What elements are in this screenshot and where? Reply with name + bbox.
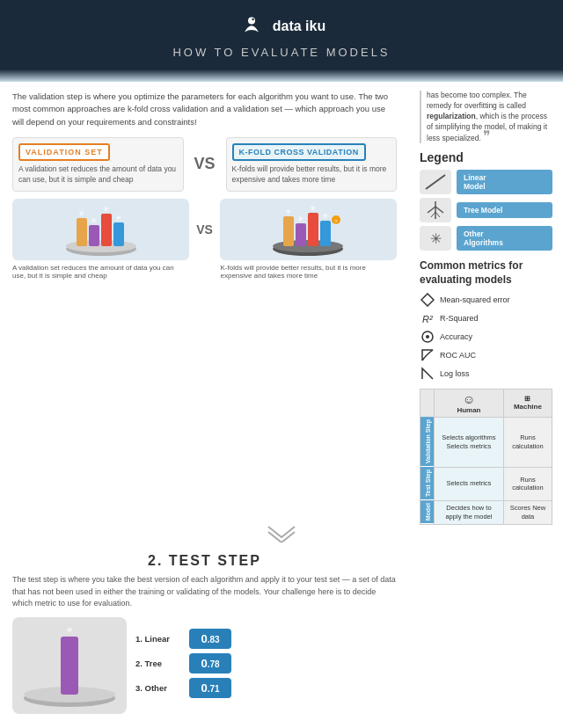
kfold-illustration: ✳ ✳ ✳ ✳ ? — [220, 199, 397, 260]
vs-illustrations: ✳ ✳ ✳ ✳ VS ✳ — [12, 199, 397, 260]
validation-set-label: VALIDATION SET — [18, 143, 110, 161]
test-step-title: 2. TEST STEP — [12, 553, 397, 569]
validation-illustration: ✳ ✳ ✳ ✳ — [12, 199, 189, 260]
r2-icon: R² — [420, 310, 435, 326]
grid-empty-cell — [420, 389, 435, 417]
grid-row-test: Test Step — [420, 467, 435, 500]
mse-icon — [420, 292, 435, 308]
svg-marker-31 — [421, 294, 434, 306]
svg-rect-7 — [113, 222, 124, 246]
other-algorithms-icon: ✳ — [420, 226, 451, 251]
arrow-section — [0, 525, 563, 544]
svg-line-27 — [435, 207, 443, 213]
validation-set-desc1: A validation set reduces the amount of d… — [18, 164, 178, 186]
svg-line-26 — [428, 207, 435, 213]
page-header: data iku HOW TO EVALUATE MODELS — [0, 0, 563, 69]
kfold-desc1: K-folds will provide better results, but… — [232, 164, 391, 186]
kfold-box: K-FOLD CROSS VALIDATION K-folds will pro… — [226, 137, 398, 192]
metric-logloss: Log loss — [420, 366, 552, 382]
quote-mark: ❞ — [483, 128, 491, 143]
grid-header-machine: ⊞ Machine — [503, 389, 552, 417]
metric-row-other: 3. Other 0.71 — [135, 678, 397, 698]
down-arrows-icon — [255, 525, 308, 542]
r2-label: R-Squared — [440, 314, 479, 323]
svg-rect-37 — [61, 637, 78, 695]
mse-label: Mean-squared error — [440, 295, 510, 304]
roc-label: ROC AUC — [440, 351, 476, 360]
svg-rect-16 — [308, 213, 318, 246]
svg-point-34 — [426, 335, 429, 339]
tree-model-icon — [420, 198, 451, 222]
metric-r2: R² R-Squared — [420, 310, 552, 326]
test-human-cell: Selects metrics — [435, 467, 504, 500]
logo-text: data iku — [273, 18, 325, 34]
svg-text:✳: ✳ — [310, 204, 317, 213]
svg-rect-17 — [320, 221, 331, 246]
sidebar-quote: has become too complex. The remedy for o… — [420, 91, 552, 143]
svg-text:✳: ✳ — [103, 205, 110, 214]
validation-desc2: A validation set reduces the amount of d… — [12, 264, 189, 280]
svg-rect-14 — [283, 216, 294, 246]
intro-text: The validation step is where you optimiz… — [12, 91, 397, 128]
top-area: The validation step is where you optimiz… — [0, 82, 563, 525]
svg-rect-5 — [89, 225, 99, 246]
kfold-desc2: K-folds will provide better results, but… — [221, 264, 398, 280]
legend-item-linear: LinearModel — [420, 170, 552, 194]
svg-text:✳: ✳ — [91, 216, 98, 225]
metrics-table: 1. Linear 0.83 2. Tree 0.78 3. Other 0.7… — [135, 629, 397, 703]
wave-divider — [0, 69, 563, 82]
metric-value-tree: 0.78 — [189, 653, 231, 673]
svg-text:✳: ✳ — [322, 212, 329, 221]
validation-set-box: VALIDATION SET A validation set reduces … — [12, 137, 184, 192]
human-col-label: Human — [438, 406, 500, 414]
grid-row-model: Model — [420, 500, 435, 524]
legend-item-other: ✳ OtherAlgorithms — [420, 226, 552, 251]
svg-rect-4 — [77, 218, 87, 246]
model-machine-cell: Scores New data — [503, 500, 552, 524]
svg-rect-6 — [101, 214, 112, 246]
regularization-highlight: regularization — [427, 112, 476, 120]
svg-point-0 — [248, 18, 255, 25]
tree-model-label: Tree Model — [457, 202, 552, 218]
metric-roc: ROC AUC — [420, 347, 552, 363]
svg-text:✳: ✳ — [297, 215, 304, 223]
svg-text:✳: ✳ — [285, 207, 292, 216]
human-machine-grid: ☺ Human ⊞ Machine Validation Step Select… — [420, 389, 552, 525]
svg-line-24 — [426, 175, 445, 189]
validation-machine-cell: Runs calculation — [503, 417, 552, 467]
top-left-content: The validation step is where you optimiz… — [0, 82, 409, 525]
grid-header-human: ☺ Human — [435, 389, 504, 417]
metric-value-other: 0.71 — [189, 678, 231, 698]
model-human-cell: Decides how to apply the model — [435, 500, 504, 524]
test-step-area: ✳ 1. Linear 0.83 2. Tree 0.78 3. Other 0… — [12, 617, 397, 714]
test-step-desc: The test step is where you take the best… — [12, 574, 397, 610]
top-right-sidebar: has become too complex. The remedy for o… — [409, 82, 563, 525]
svg-point-1 — [252, 18, 253, 20]
vs-divider-text: VS — [191, 155, 219, 173]
metric-rank-linear: 1. Linear — [135, 634, 184, 644]
svg-text:✳: ✳ — [78, 209, 85, 218]
metric-row-tree: 2. Tree 0.78 — [135, 653, 397, 673]
validation-chart-svg: ✳ ✳ ✳ ✳ — [57, 200, 145, 258]
vs-section: VALIDATION SET A validation set reduces … — [12, 137, 397, 192]
metric-accuracy: Accuracy — [420, 329, 552, 345]
test-step-section: 2. TEST STEP The test step is where you … — [0, 553, 409, 726]
dataiku-bird-icon — [238, 12, 266, 40]
metric-mse: Mean-squared error — [420, 292, 552, 308]
accuracy-icon — [420, 329, 435, 345]
logloss-icon — [420, 366, 435, 382]
kfold-chart-svg: ✳ ✳ ✳ ✳ ? — [264, 200, 352, 258]
logloss-label: Log loss — [440, 369, 470, 378]
validation-human-cell: Selects algorithmsSelects metrics — [435, 417, 504, 467]
test-machine-cell: Runs calculation — [503, 467, 552, 500]
accuracy-label: Accuracy — [440, 332, 472, 341]
machine-col-label: Machine — [508, 403, 548, 411]
svg-text:✳: ✳ — [115, 214, 122, 222]
logo-container: data iku — [9, 12, 554, 40]
test-step-illustration: ✳ — [12, 617, 127, 714]
metric-rank-tree: 2. Tree — [135, 659, 184, 668]
svg-text:✳: ✳ — [66, 625, 73, 635]
linear-model-label: LinearModel — [457, 170, 552, 194]
metric-row-linear: 1. Linear 0.83 — [135, 629, 397, 649]
grid-row-validation: Validation Step — [420, 417, 435, 467]
